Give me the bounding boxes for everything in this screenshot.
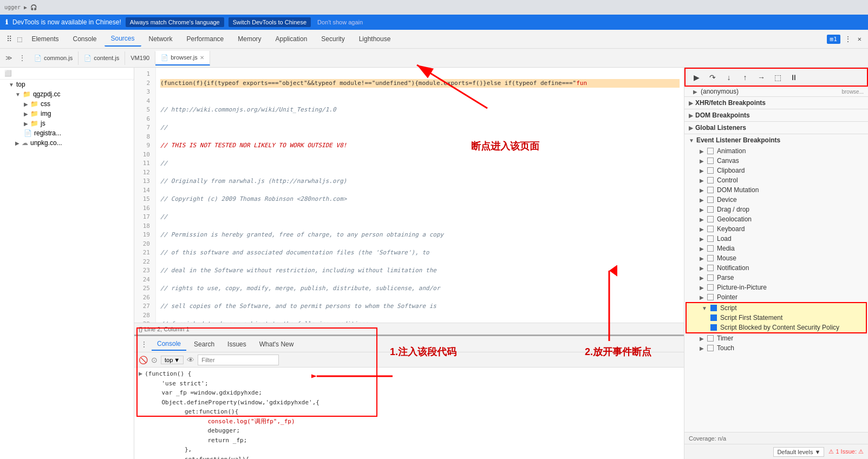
event-pointer[interactable]: ▶ Pointer <box>684 292 868 302</box>
close-tab-browserjs[interactable]: ✕ <box>200 55 204 61</box>
switch-devtools-button[interactable]: Switch DevTools to Chinese <box>229 17 311 27</box>
event-clipboard[interactable]: ▶ Clipboard <box>684 166 868 175</box>
cb-keyboard[interactable] <box>707 226 714 232</box>
devtools-dots-menu[interactable]: ⠿ <box>4 35 14 43</box>
console-tab-whatsnew[interactable]: What's New <box>254 338 299 350</box>
eye-icon[interactable]: 👁 <box>187 356 194 364</box>
section-xhr-breakpoints[interactable]: ▶ XHR/fetch Breakpoints <box>684 96 868 109</box>
step-out-btn[interactable]: ↑ <box>739 71 752 84</box>
event-load[interactable]: ▶ Load <box>684 234 868 244</box>
more-tabs-icon[interactable]: ≫ <box>2 52 16 64</box>
event-dom-mutation[interactable]: ▶ DOM Mutation <box>684 185 868 195</box>
cb-notification[interactable] <box>707 265 714 271</box>
sidebar-item-img[interactable]: ▶ 📁 img <box>0 109 134 119</box>
event-script-first[interactable]: Script First Statement <box>687 313 866 323</box>
cb-canvas[interactable] <box>707 158 714 164</box>
console-tab-search[interactable]: Search <box>188 338 220 350</box>
filter-input[interactable] <box>198 355 279 365</box>
top-dropdown[interactable]: top ▼ <box>161 356 184 364</box>
cb-script[interactable] <box>710 305 717 311</box>
event-timer[interactable]: ▶ Timer <box>684 333 868 343</box>
cb-timer[interactable] <box>707 335 714 342</box>
settings-dots[interactable]: ⋮ <box>843 35 853 43</box>
event-animation[interactable]: ▶ Animation <box>684 146 868 156</box>
event-script-csp[interactable]: Script Blocked by Content Security Polic… <box>687 323 866 332</box>
event-picture-in-picture[interactable]: ▶ Picture-in-Picture <box>684 283 868 292</box>
cb-device[interactable] <box>707 196 714 203</box>
section-event-listeners[interactable]: ▼ Event Listener Breakpoints <box>684 134 868 146</box>
file-tab-browserjs[interactable]: 📄 browser.js ✕ <box>155 51 210 65</box>
deactivate-btn[interactable]: ⬚ <box>771 71 784 84</box>
label-device: Device <box>717 196 737 204</box>
tab-lighthouse[interactable]: Lighthouse <box>353 32 397 46</box>
event-keyboard[interactable]: ▶ Keyboard <box>684 224 868 234</box>
tab-network[interactable]: Network <box>142 32 179 46</box>
cb-geolocation[interactable] <box>707 216 714 222</box>
cb-mouse[interactable] <box>707 255 714 261</box>
event-parse[interactable]: ▶ Parse <box>684 273 868 283</box>
code-content[interactable]: (function(f){if(typeof exports==="object… <box>156 68 684 323</box>
tab-console[interactable]: Console <box>66 32 103 46</box>
tab-application[interactable]: Application <box>269 32 314 46</box>
tab-security[interactable]: Security <box>315 32 351 46</box>
cb-parse[interactable] <box>707 274 714 281</box>
cb-script-csp[interactable] <box>710 324 717 331</box>
file-tab-vm190[interactable]: VM190 <box>125 51 155 64</box>
dont-show-again[interactable]: Don't show again <box>317 19 363 25</box>
close-devtools-icon[interactable]: ✕ <box>856 35 864 43</box>
clear-console-icon[interactable]: 🚫 <box>139 356 148 364</box>
cb-pointer[interactable] <box>707 294 714 300</box>
sidebar-item-css[interactable]: ▶ 📁 css <box>0 99 134 109</box>
event-canvas[interactable]: ▶ Canvas <box>684 156 868 166</box>
section-global-listeners[interactable]: ▶ Global Listeners <box>684 121 868 134</box>
event-control[interactable]: ▶ Control <box>684 175 868 185</box>
tab-sources[interactable]: Sources <box>105 31 141 47</box>
match-language-button[interactable]: Always match Chrome's language <box>126 17 224 27</box>
file-tab-contentjs[interactable]: 📄 content.js <box>79 51 125 65</box>
tab-elements[interactable]: Elements <box>25 32 65 46</box>
sidebar-item-unpkg[interactable]: ▶ ☁ unpkg.co... <box>0 138 134 148</box>
event-geolocation[interactable]: ▶ Geolocation <box>684 214 868 224</box>
callstack-anonymous[interactable]: ▶ (anonymous) browse... <box>684 87 868 96</box>
sidebar-item-qgzpdj[interactable]: ▼ 📁 qgzpdj.cc <box>0 89 134 99</box>
file-dots-menu[interactable]: ⋮ <box>16 53 29 63</box>
step-into-btn[interactable]: ↓ <box>722 71 735 84</box>
event-mouse[interactable]: ▶ Mouse <box>684 253 868 263</box>
pause-exceptions-btn[interactable]: ⏸ <box>787 71 800 84</box>
console-dots-menu[interactable]: ⋮ <box>139 340 149 348</box>
event-device[interactable]: ▶ Device <box>684 195 868 205</box>
sidebar-item-registra[interactable]: 📄 registra... <box>0 128 134 138</box>
sidebar-item-js[interactable]: ▶ 📁 js <box>0 119 134 128</box>
cb-touch[interactable] <box>707 345 714 351</box>
step-over-btn[interactable]: ↷ <box>706 71 719 84</box>
event-media[interactable]: ▶ Media <box>684 244 868 253</box>
event-notification[interactable]: ▶ Notification <box>684 263 868 273</box>
devtools-inspect-icon[interactable]: ⬚ <box>15 35 24 43</box>
cb-dragdrop[interactable] <box>707 206 714 213</box>
console-content[interactable]: ▶ (function() { 'use strict'; var _fp =w… <box>134 368 684 459</box>
sidebar-expand-icon[interactable]: ⬜ <box>4 70 12 76</box>
event-dragdrop[interactable]: ▶ Drag / drop <box>684 205 868 214</box>
preserve-log-icon[interactable]: ⊙ <box>151 356 158 364</box>
event-touch[interactable]: ▶ Touch <box>684 343 868 353</box>
tab-performance[interactable]: Performance <box>180 32 231 46</box>
section-dom-breakpoints[interactable]: ▶ DOM Breakpoints <box>684 109 868 121</box>
cb-clipboard[interactable] <box>707 167 714 174</box>
label-script-csp: Script Blocked by Content Security Polic… <box>720 324 839 331</box>
cb-load[interactable] <box>707 235 714 242</box>
cb-pip[interactable] <box>707 284 714 291</box>
file-tab-commonjs[interactable]: 📄 common.js <box>29 51 79 65</box>
resume-btn[interactable]: ▶ <box>690 71 703 84</box>
step-btn[interactable]: → <box>755 71 768 84</box>
cb-script-first[interactable] <box>710 314 717 321</box>
event-script[interactable]: ▼ Script <box>687 303 866 313</box>
sidebar-item-top[interactable]: ▼ top <box>0 80 134 89</box>
console-tab-console[interactable]: Console <box>152 338 186 351</box>
tab-memory[interactable]: Memory <box>231 32 267 46</box>
console-tab-issues[interactable]: Issues <box>222 338 252 350</box>
cb-animation[interactable] <box>707 148 714 154</box>
default-levels-btn[interactable]: Default levels ▼ <box>773 447 824 457</box>
cb-control[interactable] <box>707 177 714 183</box>
cb-dom-mutation[interactable] <box>707 187 714 193</box>
cb-media[interactable] <box>707 245 714 252</box>
